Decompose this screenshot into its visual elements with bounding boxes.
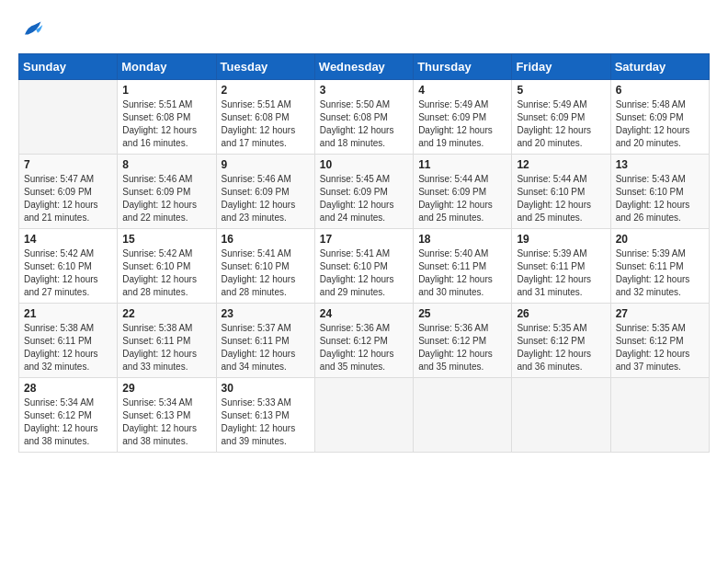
day-info-line: and 37 minutes. xyxy=(616,361,704,373)
day-info-line: Daylight: 12 hours xyxy=(24,199,112,212)
day-number: 14 xyxy=(24,233,112,246)
calendar-cell: 13Sunrise: 5:43 AMSunset: 6:10 PMDayligh… xyxy=(610,155,709,229)
day-number: 20 xyxy=(616,233,704,246)
day-info-line: and 28 minutes. xyxy=(222,286,310,299)
day-number: 27 xyxy=(616,307,704,320)
logo xyxy=(18,18,48,44)
calendar-cell: 29Sunrise: 5:34 AMSunset: 6:13 PMDayligh… xyxy=(118,378,216,453)
day-number: 19 xyxy=(517,233,605,246)
day-info-line: Sunrise: 5:47 AM xyxy=(24,173,112,186)
calendar-cell: 20Sunrise: 5:39 AMSunset: 6:11 PMDayligh… xyxy=(610,229,709,304)
day-info-line: Daylight: 12 hours xyxy=(222,422,310,435)
day-info-line: Sunset: 6:09 PM xyxy=(418,111,506,124)
day-info-line: and 35 minutes. xyxy=(320,361,408,373)
day-number: 21 xyxy=(24,307,112,320)
day-info-line: Daylight: 12 hours xyxy=(122,124,210,137)
day-info-line: Daylight: 12 hours xyxy=(616,273,704,286)
day-info-line: and 32 minutes. xyxy=(24,361,112,373)
calendar-cell: 21Sunrise: 5:38 AMSunset: 6:11 PMDayligh… xyxy=(19,304,118,378)
day-info-line: Sunset: 6:11 PM xyxy=(616,260,704,273)
day-info-line: Sunrise: 5:34 AM xyxy=(122,396,210,409)
day-info-line: and 18 minutes. xyxy=(320,137,408,150)
day-info-line: and 39 minutes. xyxy=(222,435,310,448)
day-info-line: Sunrise: 5:49 AM xyxy=(517,98,605,111)
day-info-line: Daylight: 12 hours xyxy=(517,124,605,137)
day-number: 24 xyxy=(320,307,408,320)
day-number: 15 xyxy=(122,233,210,246)
day-info-line: Sunrise: 5:41 AM xyxy=(320,247,408,260)
calendar-cell: 10Sunrise: 5:45 AMSunset: 6:09 PMDayligh… xyxy=(314,155,413,229)
day-info-line: and 24 minutes. xyxy=(320,212,408,224)
day-number: 9 xyxy=(222,158,310,171)
calendar-cell: 6Sunrise: 5:48 AMSunset: 6:09 PMDaylight… xyxy=(610,80,709,155)
day-info-line: Daylight: 12 hours xyxy=(320,124,408,137)
calendar-cell: 27Sunrise: 5:35 AMSunset: 6:12 PMDayligh… xyxy=(610,304,709,378)
weekday-header-sunday: Sunday xyxy=(19,54,118,80)
weekday-header-saturday: Saturday xyxy=(610,54,709,80)
day-number: 11 xyxy=(418,158,506,171)
weekday-header-tuesday: Tuesday xyxy=(216,54,314,80)
day-info-line: Sunrise: 5:45 AM xyxy=(320,173,408,186)
calendar-cell: 26Sunrise: 5:35 AMSunset: 6:12 PMDayligh… xyxy=(512,304,610,378)
calendar-cell: 19Sunrise: 5:39 AMSunset: 6:11 PMDayligh… xyxy=(512,229,610,304)
day-info-line: Daylight: 12 hours xyxy=(517,199,605,212)
day-number: 1 xyxy=(122,84,210,97)
day-number: 5 xyxy=(517,84,605,97)
calendar-cell xyxy=(512,378,610,453)
day-info-line: Sunset: 6:12 PM xyxy=(616,335,704,348)
day-info-line: Daylight: 12 hours xyxy=(24,273,112,286)
calendar-cell: 1Sunrise: 5:51 AMSunset: 6:08 PMDaylight… xyxy=(118,80,216,155)
day-info-line: and 34 minutes. xyxy=(222,361,310,373)
day-number: 13 xyxy=(616,158,704,171)
day-number: 8 xyxy=(122,158,210,171)
day-info-line: and 38 minutes. xyxy=(122,435,210,448)
day-info-line: Sunset: 6:12 PM xyxy=(24,409,112,422)
calendar-cell: 17Sunrise: 5:41 AMSunset: 6:10 PMDayligh… xyxy=(314,229,413,304)
calendar-cell: 8Sunrise: 5:46 AMSunset: 6:09 PMDaylight… xyxy=(118,155,216,229)
day-info-line: Sunrise: 5:46 AM xyxy=(122,173,210,186)
day-info-line: and 20 minutes. xyxy=(517,137,605,150)
day-info-line: Sunset: 6:11 PM xyxy=(418,260,506,273)
calendar-cell: 14Sunrise: 5:42 AMSunset: 6:10 PMDayligh… xyxy=(19,229,118,304)
day-info-line: Sunrise: 5:35 AM xyxy=(517,322,605,335)
day-info-line: Sunrise: 5:50 AM xyxy=(320,98,408,111)
day-number: 12 xyxy=(517,158,605,171)
day-info-line: and 25 minutes. xyxy=(517,212,605,224)
day-info-line: Daylight: 12 hours xyxy=(320,273,408,286)
weekday-header-friday: Friday xyxy=(512,54,610,80)
day-info-line: Sunrise: 5:40 AM xyxy=(418,247,506,260)
calendar-cell xyxy=(19,80,118,155)
day-number: 18 xyxy=(418,233,506,246)
day-info-line: Daylight: 12 hours xyxy=(320,199,408,212)
day-number: 29 xyxy=(122,382,210,395)
day-info-line: and 23 minutes. xyxy=(222,212,310,224)
day-info-line: Daylight: 12 hours xyxy=(616,124,704,137)
day-info-line: Daylight: 12 hours xyxy=(418,199,506,212)
day-info-line: Sunset: 6:11 PM xyxy=(517,260,605,273)
week-row-3: 14Sunrise: 5:42 AMSunset: 6:10 PMDayligh… xyxy=(19,229,710,304)
day-info-line: and 35 minutes. xyxy=(418,361,506,373)
day-info-line: Sunset: 6:12 PM xyxy=(517,335,605,348)
day-info-line: and 31 minutes. xyxy=(517,286,605,299)
day-info-line: Sunset: 6:11 PM xyxy=(222,335,310,348)
day-info-line: Sunrise: 5:37 AM xyxy=(222,322,310,335)
day-info-line: Sunrise: 5:41 AM xyxy=(222,247,310,260)
calendar-cell: 3Sunrise: 5:50 AMSunset: 6:08 PMDaylight… xyxy=(314,80,413,155)
week-row-1: 1Sunrise: 5:51 AMSunset: 6:08 PMDaylight… xyxy=(19,80,710,155)
day-info-line: Sunset: 6:08 PM xyxy=(320,111,408,124)
day-number: 4 xyxy=(418,84,506,97)
calendar-cell: 25Sunrise: 5:36 AMSunset: 6:12 PMDayligh… xyxy=(414,304,512,378)
day-info-line: and 25 minutes. xyxy=(418,212,506,224)
day-info-line: Daylight: 12 hours xyxy=(222,348,310,361)
day-info-line: and 21 minutes. xyxy=(24,212,112,224)
day-info-line: Daylight: 12 hours xyxy=(517,348,605,361)
calendar-cell: 4Sunrise: 5:49 AMSunset: 6:09 PMDaylight… xyxy=(414,80,512,155)
day-info-line: and 17 minutes. xyxy=(222,137,310,150)
calendar-cell: 18Sunrise: 5:40 AMSunset: 6:11 PMDayligh… xyxy=(414,229,512,304)
week-row-4: 21Sunrise: 5:38 AMSunset: 6:11 PMDayligh… xyxy=(19,304,710,378)
day-info-line: Daylight: 12 hours xyxy=(222,199,310,212)
day-info-line: Sunset: 6:10 PM xyxy=(222,260,310,273)
day-number: 2 xyxy=(222,84,310,97)
day-number: 16 xyxy=(222,233,310,246)
calendar-cell xyxy=(314,378,413,453)
